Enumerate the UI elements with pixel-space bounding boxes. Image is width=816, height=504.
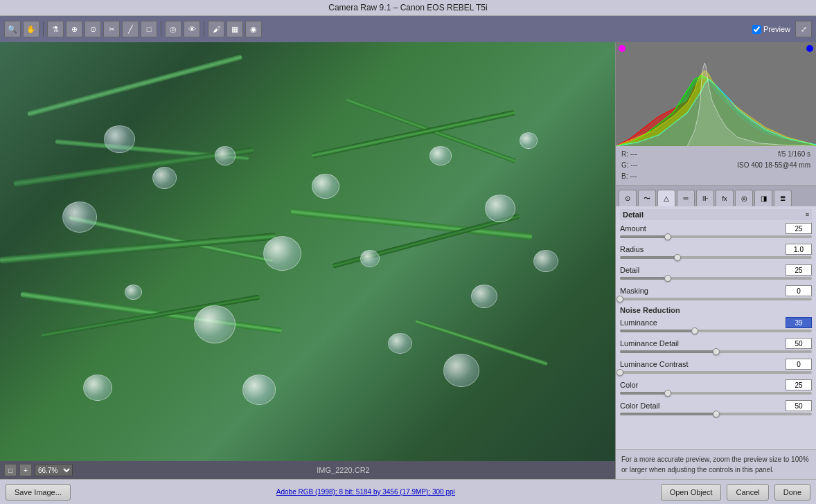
luminance-detail-slider-fill [620, 350, 716, 353]
luminance-detail-label-row: Luminance Detail [620, 338, 812, 349]
preview-label: Preview [763, 25, 790, 33]
zoom-tool[interactable]: 🔍 [4, 21, 21, 37]
filename-display: IMG_2220.CR2 [76, 466, 611, 474]
masking-value[interactable] [786, 285, 812, 296]
color-slider-fill [620, 392, 668, 395]
graduated-filter-tool[interactable]: ▦ [227, 21, 243, 37]
cancel-button[interactable]: Cancel [727, 484, 768, 501]
image-footer: □ + 66.7% 100% 50% 25% IMG_2220.CR2 [0, 461, 615, 479]
luminance-detail-slider-track[interactable] [620, 350, 812, 353]
color-label: Color [620, 381, 638, 389]
radius-control: Radius [620, 244, 812, 259]
split-toning-tab[interactable]: ⊪ [696, 190, 714, 206]
detail-section-title: Detail [623, 210, 644, 219]
luminance-contrast-slider-thumb[interactable] [617, 369, 623, 376]
color-detail-label-row: Color Detail [620, 400, 812, 411]
red-eye-tool[interactable]: 👁 [184, 21, 200, 37]
masking-slider-thumb[interactable] [617, 296, 623, 303]
luminance-detail-slider-thumb[interactable] [713, 348, 720, 355]
panel-tabs: ⊙ 〜 △ ═ ⊪ fx ◎ ◨ ≣ [616, 186, 816, 206]
detail-section-header: Detail ≡ [620, 209, 812, 220]
title-bar: Camera Raw 9.1 – Canon EOS REBEL T5i [0, 0, 816, 16]
toolbar: 🔍 ✋ ⚗ ⊕ ⊙ ✂ ╱ □ ◎ 👁 🖌 ▦ ◉ Preview ⤢ [0, 16, 816, 42]
detail-label: Detail [620, 266, 639, 274]
hand-tool[interactable]: ✋ [23, 21, 39, 37]
luminance-contrast-label-row: Luminance Contrast [620, 359, 812, 370]
detail-slider-track[interactable] [620, 277, 812, 280]
transform-tool[interactable]: □ [141, 21, 157, 37]
color-detail-slider-track[interactable] [620, 413, 812, 415]
luminance-contrast-control: Luminance Contrast [620, 359, 812, 374]
adjustment-brush-tool[interactable]: 🖌 [208, 21, 224, 37]
straighten-tool[interactable]: ╱ [122, 21, 139, 37]
luminance-contrast-slider-track[interactable] [620, 371, 812, 374]
spot-removal-tool[interactable]: ◎ [165, 21, 181, 37]
luminance-slider-thumb[interactable] [691, 327, 698, 334]
zoom-select[interactable]: 66.7% 100% 50% 25% [35, 464, 73, 476]
presets-tab[interactable]: ≣ [774, 190, 792, 206]
amount-value[interactable] [786, 223, 812, 234]
color-detail-slider-fill [620, 413, 716, 415]
g-label: G: [621, 161, 629, 169]
masking-slider-track[interactable] [620, 298, 812, 300]
exif-line1: f/5 1/160 s [737, 149, 810, 160]
color-detail-label: Color Detail [620, 402, 659, 410]
luminance-detail-control: Luminance Detail [620, 338, 812, 353]
radial-filter-tool[interactable]: ◉ [245, 21, 262, 37]
radius-slider-track[interactable] [620, 256, 812, 259]
full-size-button[interactable]: + [19, 464, 32, 476]
amount-slider-fill [620, 235, 668, 238]
luminance-control: Luminance [620, 317, 812, 332]
lens-corrections-tab[interactable]: fx [716, 190, 734, 206]
detail-slider-fill [620, 277, 668, 280]
luminance-slider-track[interactable] [620, 330, 812, 332]
color-slider-thumb[interactable] [664, 390, 671, 397]
bottom-bar: Save Image... Adobe RGB (1998); 8 bit; 5… [0, 479, 816, 504]
luminance-label-row: Luminance [620, 317, 812, 328]
color-space-link[interactable]: Adobe RGB (1998); 8 bit; 5184 by 3456 (1… [76, 488, 655, 496]
radius-slider-thumb[interactable] [674, 254, 681, 261]
fit-image-button[interactable]: □ [4, 464, 17, 476]
luminance-contrast-value[interactable] [786, 359, 812, 370]
b-value-row: B: --- [621, 171, 737, 182]
radius-label-row: Radius [620, 244, 812, 255]
color-detail-value[interactable] [786, 400, 812, 411]
radius-value[interactable] [786, 244, 812, 255]
luminance-value[interactable] [786, 317, 812, 328]
hsl-tab[interactable]: ═ [677, 190, 695, 206]
highlight-clip-dot [806, 45, 813, 52]
tone-curve-tab[interactable]: 〜 [638, 190, 656, 206]
tool-separator-3 [204, 21, 204, 37]
amount-slider-track[interactable] [620, 235, 812, 238]
white-balance-tool[interactable]: ⚗ [47, 21, 64, 37]
detail-tab[interactable]: △ [657, 190, 675, 206]
done-button[interactable]: Done [774, 484, 810, 501]
save-image-button[interactable]: Save Image... [6, 484, 71, 501]
radius-label: Radius [620, 245, 644, 253]
basic-tab[interactable]: ⊙ [619, 190, 637, 206]
amount-slider-thumb[interactable] [664, 233, 671, 240]
content-row: □ + 66.7% 100% 50% 25% IMG_2220.CR2 [0, 42, 816, 479]
noise-reduction-label: Noise Reduction [620, 306, 812, 314]
preview-checkbox[interactable] [752, 25, 761, 34]
camera-calibration-tab[interactable]: ◨ [754, 190, 772, 206]
effects-tab[interactable]: ◎ [735, 190, 753, 206]
image-panel: □ + 66.7% 100% 50% 25% IMG_2220.CR2 [0, 42, 615, 479]
color-detail-slider-thumb[interactable] [713, 411, 720, 417]
detail-value[interactable] [786, 264, 812, 276]
fullscreen-button[interactable]: ⤢ [795, 21, 812, 37]
crop-tool[interactable]: ✂ [103, 21, 120, 37]
open-object-button[interactable]: Open Object [661, 484, 722, 501]
luminance-detail-value[interactable] [786, 338, 812, 349]
color-slider-track[interactable] [620, 392, 812, 395]
color-sampler-tool[interactable]: ⊕ [66, 21, 82, 37]
detail-slider-thumb[interactable] [664, 275, 671, 282]
bg-overlay [0, 42, 615, 461]
targeted-adjustment-tool[interactable]: ⊙ [85, 21, 101, 37]
masking-label-row: Masking [620, 285, 812, 296]
section-expand-icon[interactable]: ≡ [806, 211, 809, 218]
color-value[interactable] [786, 379, 812, 390]
b-label: B: [621, 172, 628, 180]
histogram-area [616, 42, 816, 146]
tool-separator-2 [161, 21, 161, 37]
